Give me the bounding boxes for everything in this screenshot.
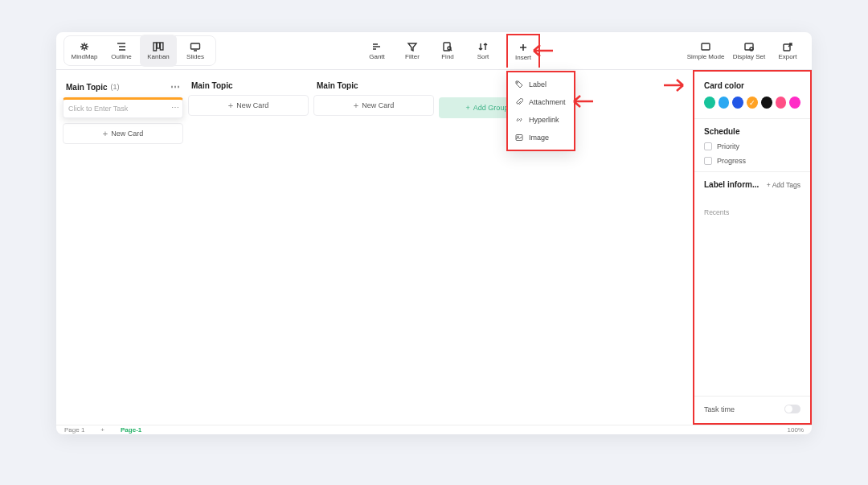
- plus-icon: +: [466, 104, 470, 112]
- column-header[interactable]: Main Topic: [313, 81, 434, 90]
- find-button[interactable]: Find: [431, 35, 465, 67]
- schedule-heading: Schedule: [704, 127, 800, 136]
- kanban-column: Main Topic + New Card: [188, 81, 309, 425]
- task-placeholder: Click to Enter Task: [68, 105, 128, 113]
- svg-rect-8: [516, 135, 522, 141]
- new-card-label: New Card: [111, 129, 143, 138]
- sort-label: Sort: [477, 53, 489, 60]
- footer-plus-button[interactable]: +: [100, 426, 104, 434]
- svg-rect-2: [157, 43, 160, 48]
- export-button[interactable]: Export: [771, 35, 805, 67]
- plus-icon: +: [354, 101, 358, 110]
- task-time-label: Task time: [704, 405, 735, 413]
- new-card-button[interactable]: + New Card: [188, 95, 309, 116]
- recents-label: Recents: [704, 208, 800, 216]
- find-label: Find: [441, 53, 454, 60]
- color-swatch[interactable]: [747, 97, 758, 109]
- display-set-button[interactable]: Display Set: [729, 35, 769, 67]
- paperclip-icon: [514, 97, 524, 107]
- column-title: Main Topic: [66, 83, 107, 92]
- mindmap-icon: [77, 41, 92, 52]
- insert-hyperlink-text: Hyperlink: [529, 116, 559, 124]
- insert-image-item[interactable]: Image: [508, 129, 574, 146]
- filter-icon: [405, 41, 420, 52]
- add-tags-button[interactable]: + Add Tags: [767, 181, 800, 189]
- tag-icon: [514, 80, 524, 89]
- new-card-label: New Card: [236, 101, 268, 109]
- task-card-selected[interactable]: Click to Enter Task ⋯: [63, 97, 183, 118]
- color-swatch[interactable]: [704, 97, 715, 109]
- svg-point-0: [83, 45, 86, 48]
- kanban-icon: [151, 41, 166, 52]
- column-menu-button[interactable]: ⋯: [170, 81, 180, 92]
- svg-point-12: [750, 47, 753, 51]
- app-window: MindMap Outline Kanban Slides: [56, 32, 812, 434]
- color-swatch[interactable]: [776, 97, 787, 109]
- slides-label: Slides: [186, 53, 204, 60]
- color-swatch[interactable]: [719, 97, 730, 109]
- svg-rect-4: [191, 43, 200, 49]
- svg-point-7: [517, 82, 518, 83]
- column-header[interactable]: Main Topic (1) ⋯: [63, 81, 183, 92]
- display-icon: [742, 41, 756, 52]
- label-information-row: Label inform... + Add Tags: [704, 180, 800, 189]
- slides-mode-button[interactable]: Slides: [177, 35, 214, 67]
- card-properties-panel: Card color Schedule Priority Progress La…: [693, 70, 812, 425]
- page-indicator[interactable]: Page 1: [64, 426, 84, 434]
- column-header[interactable]: Main Topic: [188, 81, 309, 90]
- svg-point-6: [448, 47, 451, 50]
- svg-rect-3: [160, 43, 163, 50]
- simple-mode-button[interactable]: Simple Mode: [684, 35, 727, 67]
- mindmap-mode-button[interactable]: MindMap: [66, 35, 103, 67]
- kanban-mode-button[interactable]: Kanban: [140, 35, 177, 67]
- plus-icon: +: [228, 101, 233, 110]
- color-swatch[interactable]: [761, 97, 772, 109]
- view-mode-group: MindMap Outline Kanban Slides: [63, 35, 216, 66]
- outline-icon: [114, 41, 129, 52]
- page-tab[interactable]: Page-1: [121, 426, 141, 434]
- gantt-icon: [370, 41, 384, 52]
- svg-rect-11: [745, 43, 753, 50]
- mindmap-label: MindMap: [72, 53, 98, 60]
- annotation-arrow: [526, 42, 555, 63]
- card-menu-button[interactable]: ⋯: [171, 103, 179, 112]
- status-bar: Page 1 + Page-1 100%: [56, 425, 812, 434]
- insert-image-text: Image: [529, 134, 549, 142]
- zoom-level[interactable]: 100%: [788, 426, 804, 434]
- priority-checkbox-row[interactable]: Priority: [704, 142, 800, 150]
- task-time-row: Task time: [694, 396, 810, 413]
- insert-hyperlink-item[interactable]: Hyperlink: [508, 111, 574, 129]
- filter-button[interactable]: Filter: [395, 35, 429, 67]
- priority-label: Priority: [717, 142, 739, 150]
- center-tools: Gantt Filter Find Sort: [357, 32, 543, 69]
- add-group-label: Add Group: [473, 104, 509, 112]
- filter-label: Filter: [405, 53, 420, 60]
- new-card-button[interactable]: + New Card: [313, 95, 434, 116]
- new-card-label: New Card: [362, 101, 394, 109]
- kanban-column: Main Topic + New Card: [313, 81, 434, 425]
- color-swatch[interactable]: [732, 97, 743, 109]
- slides-icon: [188, 41, 203, 52]
- color-swatches: [704, 97, 800, 109]
- export-icon: [780, 41, 795, 52]
- color-swatch[interactable]: [789, 97, 800, 109]
- progress-checkbox-row[interactable]: Progress: [704, 157, 800, 165]
- insert-attachment-item[interactable]: Attachment: [508, 93, 574, 111]
- gantt-button[interactable]: Gantt: [360, 35, 394, 67]
- link-icon: [514, 115, 524, 125]
- column-title: Main Topic: [317, 81, 358, 90]
- sort-button[interactable]: Sort: [466, 35, 500, 67]
- insert-label-text: Label: [529, 80, 547, 88]
- insert-label-item[interactable]: Label: [508, 76, 574, 93]
- right-tools: Simple Mode Display Set Export: [681, 32, 808, 69]
- search-icon: [440, 41, 455, 52]
- kanban-board: Main Topic (1) ⋯ Click to Enter Task ⋯ +…: [56, 70, 693, 425]
- simple-label: Simple Mode: [687, 53, 725, 60]
- column-title: Main Topic: [191, 81, 232, 90]
- task-time-toggle[interactable]: [784, 405, 800, 413]
- annotation-arrow: [566, 92, 595, 113]
- new-card-button[interactable]: + New Card: [63, 123, 183, 144]
- plus-icon: +: [103, 129, 108, 138]
- outline-mode-button[interactable]: Outline: [103, 35, 140, 67]
- gantt-label: Gantt: [369, 53, 385, 60]
